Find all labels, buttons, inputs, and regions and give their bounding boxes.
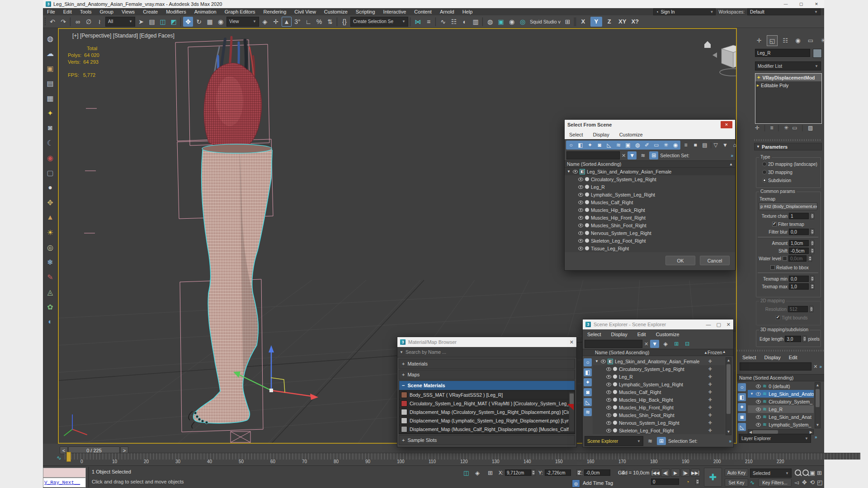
menu-item[interactable]: Graph Editors — [221, 9, 259, 14]
display-particles-icon[interactable]: ✳ — [661, 141, 670, 149]
curve-editor-icon[interactable]: ∿ — [438, 17, 448, 27]
list-view-icon[interactable]: ≡ — [681, 141, 690, 149]
display-lights-icon[interactable]: ✦ — [738, 403, 746, 411]
search-input[interactable] — [740, 362, 811, 371]
panel-splitter-2[interactable] — [737, 350, 824, 352]
block-view-icon[interactable]: ■ — [691, 141, 700, 149]
layer-row[interactable]: ≋ Lymphatic_System_ — [748, 421, 814, 428]
clear-search-icon[interactable]: ✕ — [813, 364, 817, 370]
tab-utilities[interactable]: ✳ — [818, 35, 828, 45]
select-by-name-icon[interactable]: ▤ — [147, 17, 157, 27]
go-to-start-button[interactable]: |◀◀ — [651, 469, 660, 477]
scene-object-row[interactable]: Muscles_Hip_Back_Right — [565, 206, 735, 214]
menu-item[interactable]: Edit — [633, 332, 651, 337]
zoom-extents-all-icon[interactable]: ⊞ — [817, 469, 822, 476]
maximize-button[interactable]: ▢ — [793, 0, 809, 8]
zoom-icon[interactable] — [794, 469, 801, 477]
hierarchy-icon[interactable]: ⊞ — [657, 437, 666, 445]
search-input[interactable] — [566, 151, 620, 160]
separator[interactable]: │ — [179, 17, 182, 27]
display-geometry-icon[interactable]: ◧ — [584, 368, 592, 376]
radio-subdivision[interactable]: Subdivision — [762, 177, 791, 184]
scene-object-row[interactable]: Muscles_Calf_Right ✚ — [593, 388, 725, 396]
materials-group-row[interactable]: +Materials — [399, 359, 575, 369]
scene-object-row[interactable]: Muscles_Hip_Front_Right — [565, 214, 735, 221]
time-configuration-icon[interactable]: ◔ — [686, 479, 689, 485]
display-all-icon[interactable]: ○ — [738, 383, 746, 391]
material-entry[interactable]: Displacement_Map (Muscles_Calf_Right_Dis… — [399, 425, 575, 434]
time-ruler[interactable] — [65, 453, 860, 460]
minimize-button[interactable]: — — [778, 0, 793, 8]
maps-group-row[interactable]: +Maps — [399, 370, 575, 380]
visibility-eye-icon[interactable] — [756, 408, 761, 411]
material-entry[interactable]: Circulatory_System_Leg_Right_MAT ( VRayM… — [399, 399, 575, 408]
orbit-icon[interactable]: ⟲ — [810, 479, 815, 486]
menu-item[interactable]: Arnold — [436, 9, 458, 14]
x-spinner[interactable] — [531, 469, 535, 476]
previous-frame-button[interactable]: ◀| — [661, 469, 670, 477]
amount-field[interactable]: 1,0cm — [789, 240, 809, 246]
layer-row[interactable]: ▼ ≋ Leg_Skin_and_Anatomy — [748, 390, 814, 398]
menu-item[interactable]: Content — [410, 9, 436, 14]
align-icon[interactable]: ≡ — [424, 17, 434, 27]
modifier-stack-row[interactable]: ✦ VRayDisplacementMod — [755, 74, 821, 81]
schematic-view-icon[interactable]: ☷ — [449, 17, 459, 27]
light-lister-icon[interactable]: ✦ — [44, 107, 56, 119]
set-keys-button[interactable]: ✚ — [704, 468, 722, 487]
material-entry[interactable]: Displacement_Map (Lymphatic_System_Leg_R… — [399, 417, 575, 425]
texture-channel-field[interactable]: 1 — [789, 213, 809, 219]
texmap-max-spinner[interactable] — [810, 283, 814, 290]
layer-row[interactable]: ≋ Circulatory_System_ — [748, 398, 814, 405]
display-xrefs-icon[interactable]: ◍ — [633, 141, 642, 149]
sun-icon[interactable]: ☀ — [44, 226, 56, 238]
scene-object-row[interactable]: Muscles_Shin_Foot_Right ✚ — [593, 411, 725, 419]
texmap-min-spinner[interactable] — [810, 276, 814, 282]
tab-display[interactable]: ▭ — [806, 35, 816, 45]
next-frame-button[interactable]: |▶ — [681, 469, 690, 477]
material-browser-titlebar[interactable]: 3 Material/Map Browser ✕ — [397, 337, 576, 347]
menu-item[interactable]: Select — [739, 355, 760, 360]
visibility-eye-icon[interactable] — [756, 423, 761, 427]
clear-search-icon[interactable]: ✕ — [644, 341, 648, 347]
display-spacewarps-icon[interactable]: ≋ — [584, 408, 592, 416]
remove-modifier-icon[interactable]: ▭ — [792, 125, 797, 131]
material-entry[interactable]: Body_SSS_MAT ( VRayFastSSS2 ) [Leg_R] — [399, 391, 575, 399]
display-bones-icon[interactable]: ✐ — [642, 141, 651, 149]
scene-object-row[interactable]: Nervous_System_Leg_Right ✚ — [593, 419, 725, 427]
water-level-spinner[interactable] — [808, 255, 812, 262]
maximize-icon[interactable]: ▢ — [716, 322, 721, 328]
x-coordinate-field[interactable]: 9,712cm — [505, 469, 531, 476]
visibility-eye-icon[interactable] — [756, 385, 761, 388]
zoom-all-icon[interactable] — [802, 469, 809, 477]
menu-item[interactable]: Display — [607, 332, 632, 337]
ok-button[interactable]: OK — [665, 256, 695, 265]
close-icon[interactable]: ✕ — [570, 339, 574, 345]
scene-explorer-header[interactable]: Name (Sorted Ascending) ▲ Frozen▲ — [583, 349, 733, 356]
tab-create[interactable]: ✛ — [754, 35, 764, 45]
rotate-tool-icon[interactable]: ↻ — [194, 17, 204, 27]
minimize-icon[interactable]: — — [706, 322, 711, 328]
tab-modify[interactable]: ◱ — [767, 35, 778, 46]
current-frame-field[interactable]: 0 — [651, 479, 679, 485]
layer-row[interactable]: ≋ 0 (default) — [748, 382, 814, 390]
scene-object-row[interactable]: Circulatory_System_Leg_Right ✚ — [593, 365, 725, 373]
squid-studio-dropdown[interactable]: Squid Studio v — [528, 19, 562, 24]
close-icon[interactable]: ✕ — [721, 121, 732, 128]
use-pivot-center-icon[interactable]: ◈ — [260, 17, 270, 27]
maxscript-mini-listener-pink[interactable] — [43, 468, 86, 478]
render-preview-icon[interactable]: ▣ — [44, 62, 56, 74]
rectangular-region-icon[interactable]: ◫ — [158, 17, 168, 27]
scene-object-row[interactable]: Lymphatic_System_Leg_Right ✚ — [593, 380, 725, 388]
placement-tool-icon[interactable]: ◉ — [216, 17, 226, 27]
angle-snap-icon[interactable]: ∟ — [303, 17, 313, 27]
unlink-selection-icon[interactable]: ∅ — [84, 17, 94, 27]
video-post-icon[interactable]: ◉ — [44, 152, 56, 164]
display-lights-icon[interactable]: ✦ — [585, 141, 594, 149]
menu-item[interactable]: Modifiers — [162, 9, 190, 14]
scene-object-row[interactable]: Muscles_Shin_Foot_Right — [565, 221, 735, 229]
pan-icon[interactable]: ✥ — [802, 479, 807, 486]
more-chevron[interactable]: » — [815, 435, 817, 440]
more-chevron[interactable]: » — [729, 439, 731, 444]
select-object-icon[interactable]: ➤ — [136, 17, 146, 27]
zoom-extents-icon[interactable]: ▣ — [810, 469, 815, 476]
